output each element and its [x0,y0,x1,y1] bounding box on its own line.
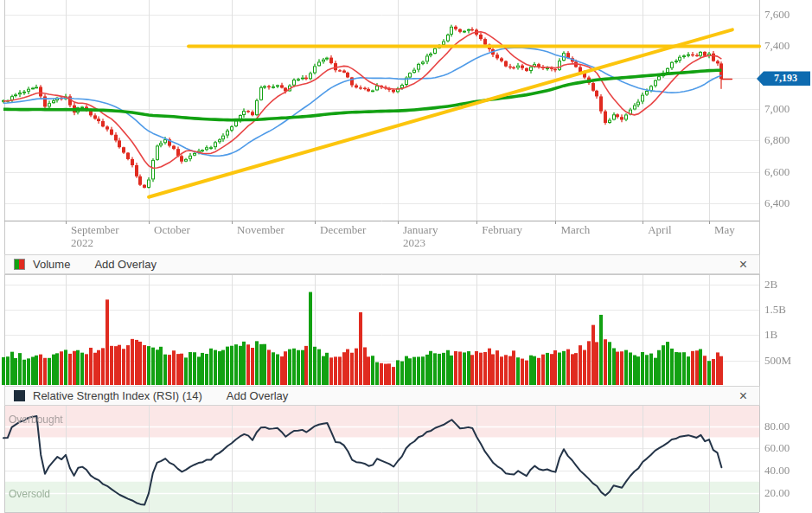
rsi-legend-icon [14,390,25,401]
rsi-axis-label: 80.00 [764,420,790,433]
month-label: March [560,223,590,236]
month-sublabel: 2022 [71,236,119,249]
month-label: October [154,223,190,236]
month-label: May [714,223,735,236]
stock-chart: Volume Add Overlay × Relative Strength I… [0,0,812,513]
month-sublabel: 2023 [403,236,438,249]
volume-panel-title: Volume [33,258,70,271]
rsi-panel-header: Relative Strength Index (RSI) (14) Add O… [4,386,760,406]
rsi-close-icon[interactable]: × [736,389,751,403]
month-label: December [320,223,366,236]
oversold-label: Oversold [9,488,50,500]
volume-add-overlay-link[interactable]: Add Overlay [94,258,157,271]
volume-close-icon[interactable]: × [736,258,751,272]
current-price-tag: 7,193 [757,71,810,86]
month-label: September2022 [71,223,119,249]
volume-legend-icon [14,259,25,270]
volume-panel-header: Volume Add Overlay × [4,254,760,274]
rsi-axis-label: 40.00 [764,464,790,478]
month-label: February [482,223,522,236]
price-axis-label: 6,800 [764,133,790,147]
overbought-label: Overbought [9,414,63,426]
rsi-axis-label: 60.00 [764,441,790,455]
price-axis-label: 6,400 [764,196,790,210]
rsi-add-overlay-link[interactable]: Add Overlay [227,389,289,402]
price-axis-label: 7,400 [764,39,790,53]
rsi-panel-title: Relative Strength Index (RSI) (14) [33,389,202,402]
price-axis-label: 7,000 [764,102,790,116]
volume-axis-label: 1.5B [764,303,786,317]
volume-axis-label: 500M [764,354,791,368]
current-price-value: 7,193 [770,72,797,85]
price-axis-label: 6,600 [764,165,790,179]
volume-axis-label: 2B [764,278,777,292]
price-axis-label: 7,600 [764,8,790,22]
rsi-axis-label: 20.00 [764,486,790,500]
month-label: January2023 [403,223,438,249]
volume-axis-label: 1B [764,328,777,342]
month-label: November [237,223,285,236]
month-label: April [648,223,671,236]
